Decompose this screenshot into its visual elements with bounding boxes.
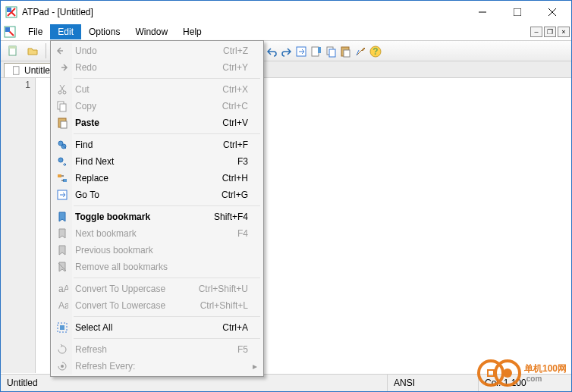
menu-item-toggle-bookmark[interactable]: Toggle bookmarkShift+F4 (52, 209, 262, 225)
mdi-restore-button[interactable]: ❐ (544, 27, 556, 37)
svg-point-20 (58, 91, 61, 94)
menu-item-undo: UndoCtrl+Z (52, 42, 262, 59)
undo-button[interactable] (266, 45, 278, 60)
menubar: File Edit Options Window Help – ❐ × (1, 24, 571, 40)
menu-item-shortcut: Ctrl+G (222, 190, 262, 200)
open-button[interactable] (24, 42, 42, 60)
svg-rect-1 (7, 8, 11, 12)
findnext-icon (56, 155, 68, 168)
bookmark-icon (56, 211, 68, 223)
menu-item-go-to[interactable]: Go ToCtrl+G (52, 187, 262, 203)
close-button[interactable] (535, 1, 570, 24)
status-document: Untitled (1, 375, 388, 391)
menu-item-shortcut: Ctrl+Z (223, 45, 262, 56)
mdi-close-button[interactable]: × (558, 27, 570, 37)
menu-separator (74, 205, 260, 206)
status-encoding: ANSI (388, 375, 479, 391)
menu-item-label: Refresh Every: (75, 361, 248, 372)
menu-item-label: Replace (75, 173, 222, 183)
app-icon (5, 6, 17, 18)
menu-item-convert-to-uppercase: aAConvert To UppercaseCtrl+Shift+U (52, 281, 262, 297)
svg-rect-29 (58, 174, 61, 177)
menu-item-label: Convert To Uppercase (75, 284, 199, 294)
watermark-text: 单机100网 (524, 363, 567, 374)
menu-item-label: Redo (75, 62, 222, 73)
select-all-icon (56, 321, 68, 334)
menu-item-refresh: RefreshF5 (52, 341, 262, 358)
menu-edit[interactable]: Edit (50, 24, 81, 39)
menu-item-shortcut: F5 (237, 344, 262, 355)
menu-help[interactable]: Help (175, 24, 209, 39)
menu-window[interactable]: Window (127, 24, 175, 39)
submenu-arrow-icon: ▸ (253, 361, 257, 372)
menu-item-shortcut: Ctrl+H (222, 173, 262, 183)
svg-point-21 (63, 91, 66, 94)
titlebar: ATPad - [Untitled] (1, 1, 571, 24)
edit-dropdown: UndoCtrl+ZRedoCtrl+YCutCtrl+XCopyCtrl+CP… (50, 40, 264, 377)
svg-rect-15 (329, 49, 335, 57)
menu-item-shortcut: Ctrl+V (222, 118, 262, 128)
menu-item-convert-to-lowercase: AaConvert To LowercaseCtrl+Shift+L (52, 297, 262, 314)
menu-item-label: Find Next (75, 156, 237, 167)
menu-item-label: Paste (75, 118, 222, 128)
menu-item-label: Remove all bookmarks (75, 262, 248, 272)
help-button[interactable]: ? (369, 45, 382, 60)
replace-icon (56, 172, 68, 184)
menu-item-replace[interactable]: ReplaceCtrl+H (52, 170, 262, 187)
menu-separator (74, 316, 260, 317)
menu-item-label: Undo (75, 45, 223, 56)
bookmark-button[interactable] (310, 45, 322, 60)
bookmark-remove-icon (56, 261, 68, 273)
menu-item-select-all[interactable]: Select AllCtrl+A (52, 319, 262, 336)
menu-item-find[interactable]: FindCtrl+F (52, 136, 262, 153)
maximize-button[interactable] (500, 1, 535, 24)
svg-rect-3 (514, 8, 521, 16)
paste-button[interactable] (339, 45, 351, 60)
copy-button[interactable] (325, 45, 338, 60)
menu-separator (74, 133, 260, 134)
minimize-button[interactable] (465, 1, 500, 24)
menu-item-previous-bookmark: Previous bookmark (52, 242, 262, 259)
menu-item-shortcut: F4 (237, 228, 262, 239)
bookmark-prev-icon (56, 244, 68, 256)
copy-icon (56, 100, 68, 112)
menu-item-label: Convert To Lowercase (75, 300, 200, 311)
menu-item-next-bookmark: Next bookmarkF4 (52, 225, 262, 242)
watermark-logo: 单机100网 .com (477, 359, 567, 387)
menu-item-cut: CutCtrl+X (52, 81, 262, 98)
menu-item-shortcut: Ctrl+X (222, 84, 262, 95)
menu-item-remove-all-bookmarks: Remove all bookmarks (52, 259, 262, 275)
menu-item-paste[interactable]: PasteCtrl+V (52, 114, 262, 131)
menu-options[interactable]: Options (81, 24, 127, 39)
menu-item-label: Find (75, 140, 223, 150)
refresh-every-icon (56, 360, 68, 372)
menu-item-label: Previous bookmark (75, 245, 248, 256)
menu-item-shortcut: Ctrl+F (223, 140, 262, 150)
doc-icon (4, 26, 16, 38)
options-button[interactable] (354, 45, 366, 60)
menu-item-label: Refresh (75, 344, 237, 355)
mdi-minimize-button[interactable]: – (530, 27, 542, 37)
menu-item-label: Copy (75, 101, 222, 111)
menu-item-redo: RedoCtrl+Y (52, 59, 262, 76)
menu-item-label: Next bookmark (75, 228, 237, 239)
menu-file[interactable]: File (20, 24, 50, 39)
new-button[interactable] (4, 42, 22, 60)
redo-button[interactable] (280, 45, 292, 60)
svg-point-28 (58, 158, 63, 162)
lowercase-icon: Aa (56, 299, 68, 312)
svg-rect-13 (318, 47, 321, 53)
menu-item-find-next[interactable]: Find NextF3 (52, 153, 262, 170)
menu-item-shortcut: Ctrl+Shift+L (200, 300, 262, 311)
toolbar-separator (46, 43, 46, 58)
menu-item-label: Cut (75, 84, 222, 95)
undo-icon (56, 45, 68, 57)
menu-item-shortcut: Shift+F4 (214, 212, 262, 222)
paste-icon (56, 117, 68, 129)
menu-item-refresh-every: Refresh Every:▸ (52, 358, 262, 375)
svg-text:aA: aA (58, 284, 68, 294)
goto-button[interactable] (295, 45, 307, 60)
menu-item-label: Go To (75, 190, 222, 200)
find-icon (56, 139, 68, 151)
menu-item-shortcut: F3 (237, 156, 262, 167)
